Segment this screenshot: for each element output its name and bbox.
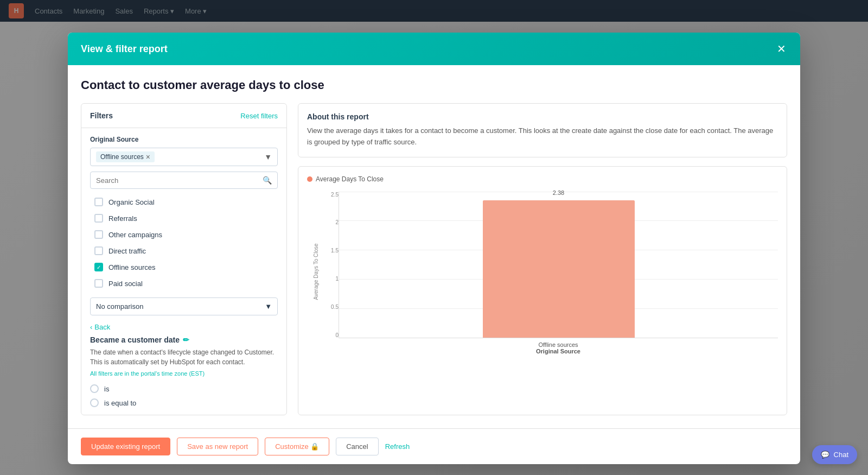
modal-content: Filters Reset filters Original Source Of…	[81, 103, 787, 415]
chat-label: Chat	[834, 451, 848, 459]
modal-dialog: View & filter report ✕ Contact to custom…	[68, 33, 800, 464]
modal-body: Contact to customer average days to clos…	[68, 65, 800, 428]
checkbox-other-campaigns[interactable]	[94, 230, 103, 239]
source-dropdown[interactable]: Offline sources × ▼	[90, 148, 278, 166]
checkbox-label-offline-sources: Offline sources	[108, 263, 155, 271]
y-tick-0_5: 0.5	[323, 304, 339, 310]
checkbox-item-paid-social[interactable]: Paid social	[90, 276, 278, 291]
checkbox-item-offline-sources[interactable]: Offline sources	[90, 259, 278, 275]
checkbox-offline-sources[interactable]	[94, 263, 103, 271]
chart-grid: 2.38	[339, 192, 778, 338]
filters-label: Filters	[90, 111, 113, 120]
y-tick-2: 2	[323, 219, 339, 225]
checkbox-label-organic-social: Organic Social	[108, 198, 155, 206]
y-tick-0: 0	[323, 332, 339, 338]
back-arrow-icon: ‹	[90, 323, 92, 331]
x-axis: Offline sources Original Source	[339, 338, 778, 354]
cancel-button[interactable]: Cancel	[336, 438, 378, 455]
checkbox-label-referrals: Referrals	[108, 214, 137, 223]
radio-is[interactable]	[90, 384, 99, 393]
search-input[interactable]	[96, 176, 263, 185]
modal-header: View & filter report ✕	[68, 33, 800, 65]
y-tick-1_5: 1.5	[323, 248, 339, 254]
modal-backdrop: View & filter report ✕ Contact to custom…	[0, 0, 868, 475]
y-axis-area: Average Days To Close 2.5 2 1.5 1 0.5 0	[311, 192, 339, 354]
right-panel: About this report View the average days …	[298, 103, 787, 415]
checkbox-direct-traffic[interactable]	[94, 246, 103, 255]
checkbox-referrals[interactable]	[94, 214, 103, 223]
original-source-label: Original Source	[90, 136, 278, 143]
radio-label-is: is	[104, 385, 109, 393]
save-new-report-button[interactable]: Save as new report	[177, 438, 258, 455]
back-label: Back	[94, 323, 110, 331]
radio-item-is-equal-to[interactable]: is equal to	[90, 398, 278, 407]
chart-plot-area: Average Days To Close 2.5 2 1.5 1 0.5 0	[307, 192, 778, 354]
filters-content: Original Source Offline sources × ▼ 🔍	[81, 128, 286, 415]
checkbox-item-organic-social[interactable]: Organic Social	[90, 194, 278, 210]
about-section: About this report View the average days …	[298, 103, 787, 157]
checkbox-label-direct-traffic: Direct traffic	[108, 247, 146, 255]
chat-icon: 💬	[821, 451, 829, 459]
radio-is-equal-to[interactable]	[90, 398, 99, 407]
radio-label-is-equal-to: is equal to	[104, 399, 136, 407]
back-button[interactable]: ‹ Back	[90, 323, 278, 331]
checkbox-list: Organic Social Referrals Other campaigns	[90, 194, 278, 291]
customize-button[interactable]: Customize 🔒	[265, 438, 329, 455]
checkbox-item-direct-traffic[interactable]: Direct traffic	[90, 243, 278, 258]
checkbox-paid-social[interactable]	[94, 279, 103, 288]
checkbox-label-other-campaigns: Other campaigns	[108, 231, 162, 239]
bar-container: 2.38	[483, 200, 635, 338]
search-icon: 🔍	[263, 176, 272, 185]
checkbox-label-paid-social: Paid social	[108, 280, 143, 288]
chart-legend: Average Days To Close	[307, 175, 778, 183]
refresh-button[interactable]: Refresh	[385, 442, 410, 451]
comparison-label: No comparison	[96, 302, 143, 311]
search-box: 🔍	[90, 172, 278, 189]
checkbox-organic-social[interactable]	[94, 198, 103, 206]
y-tick-1: 1	[323, 276, 339, 282]
timezone-note: All filters are in the portal's time zon…	[90, 370, 278, 377]
edit-icon[interactable]: ✏	[183, 335, 189, 344]
modal-title: View & filter report	[81, 43, 168, 55]
filter-tag: Offline sources ×	[96, 151, 155, 162]
date-filter-title: Became a customer date ✏	[90, 335, 278, 344]
x-axis-source-label: Offline sources	[538, 341, 578, 348]
report-title: Contact to customer average days to clos…	[81, 78, 787, 92]
update-report-button[interactable]: Update existing report	[81, 438, 170, 455]
y-axis-title: Average Days To Close	[313, 246, 319, 300]
x-axis-title: Original Source	[536, 348, 580, 354]
chart-bar	[483, 200, 635, 338]
legend-label: Average Days To Close	[316, 175, 384, 183]
reset-filters-button[interactable]: Reset filters	[240, 112, 278, 120]
comparison-dropdown[interactable]: No comparison ▼	[90, 297, 278, 315]
radio-group: is is equal to	[90, 384, 278, 407]
checkbox-item-other-campaigns[interactable]: Other campaigns	[90, 227, 278, 242]
bar-value: 2.38	[553, 189, 564, 196]
comparison-arrow-icon: ▼	[265, 302, 272, 311]
filters-panel: Filters Reset filters Original Source Of…	[81, 103, 287, 415]
legend-dot	[307, 176, 312, 182]
filters-header: Filters Reset filters	[81, 104, 286, 128]
y-axis-title-container: Average Days To Close	[311, 192, 320, 354]
chart-section: Average Days To Close Average Days To Cl…	[298, 166, 787, 415]
y-tick-2_5: 2.5	[323, 192, 339, 198]
remove-tag-button[interactable]: ×	[146, 153, 150, 161]
about-text: View the average days it takes for a con…	[307, 125, 778, 148]
date-filter-desc: The date when a contact's lifecycle stag…	[90, 347, 278, 367]
chart-main: 2.38 Offline sources Original Source	[339, 192, 778, 354]
y-tick-labels: 2.5 2 1.5 1 0.5 0	[323, 192, 339, 354]
dropdown-arrow-icon: ▼	[264, 153, 272, 161]
radio-item-is[interactable]: is	[90, 384, 278, 393]
about-title: About this report	[307, 112, 778, 121]
close-button[interactable]: ✕	[776, 42, 787, 55]
chat-button[interactable]: 💬 Chat	[812, 445, 857, 464]
checkbox-item-referrals[interactable]: Referrals	[90, 211, 278, 226]
modal-footer: Update existing report Save as new repor…	[68, 428, 800, 464]
